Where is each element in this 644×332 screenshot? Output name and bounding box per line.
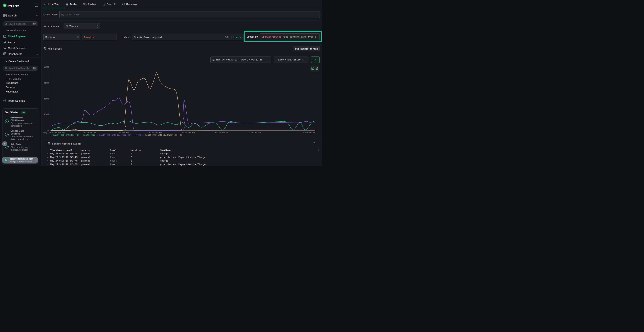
chart-name-input[interactable] [60, 11, 320, 18]
preset-label: Services [6, 86, 16, 89]
preset-item-kubernetes[interactable]: Kubernetes [0, 90, 42, 94]
lucene-toggle[interactable]: Lucene [234, 36, 242, 38]
table-cell[interactable]: May 27 9:29:18.249 AM [50, 156, 78, 158]
legend-series-label[interactable]: maxIf(toFloat64O..Duration))))) [145, 134, 184, 136]
column-grip-icon[interactable]: ⋮ [109, 149, 111, 152]
main-content: Line/Bar Table 123 Number Search Markdow… [42, 0, 322, 166]
column-header[interactable]: service [81, 149, 90, 152]
sql-toggle[interactable]: SQL [225, 36, 229, 38]
get-started-progress-badge: 3/3 [21, 111, 26, 114]
preset-label: Kubernetes [6, 90, 18, 93]
table-cell[interactable]: Unset [110, 152, 117, 155]
table-cell[interactable]: Unset [110, 160, 117, 162]
timeseries-chart[interactable] [50, 66, 316, 131]
column-header[interactable]: Timestamp (Local) [50, 149, 72, 152]
collapse-sidebar-icon[interactable] [35, 4, 38, 8]
column-header[interactable]: SpanName [160, 149, 171, 152]
chevron-up-icon[interactable] [36, 54, 38, 56]
table-cell[interactable]: 1 [131, 152, 132, 155]
table-cell[interactable]: 3 [131, 156, 132, 158]
sidebar-item-team-settings[interactable]: Team Settings [0, 98, 42, 104]
tab-label: Table [70, 3, 77, 6]
column-header[interactable]: duration [131, 149, 141, 152]
table-cell[interactable]: payment [81, 163, 90, 166]
chart-legend[interactable]: —maxIf(toFloat64O..)))·mastercard—maxIf(… [51, 134, 186, 136]
column-header[interactable]: level [110, 149, 117, 152]
sidebar-item-label: Dashboards [8, 52, 22, 56]
tab-table[interactable]: Table [66, 3, 77, 6]
checklist-item[interactable]: Connect to ClickHouseSet up your databas… [5, 116, 37, 127]
sample-matched-events-header[interactable]: Sample Matched Events [48, 142, 82, 145]
date-range-picker[interactable]: May 26 09:29:19 - May 27 09:29:19 [210, 56, 271, 63]
aggregation-select[interactable]: Maximum [44, 34, 80, 40]
saved-searches-input[interactable] [8, 23, 31, 25]
where-input[interactable]: ServiceName: payment SQL | Lucene [132, 34, 244, 40]
active-tab-indicator [43, 8, 65, 8]
tab-markdown[interactable]: Markdown [122, 3, 138, 6]
tab-search[interactable]: Search [103, 3, 116, 6]
preset-item-clickhouse[interactable]: ClickHouse [0, 82, 42, 85]
tab-number[interactable]: 123 Number [83, 3, 96, 6]
table-cell[interactable]: payment [81, 156, 90, 158]
table-cell[interactable]: Unset [110, 163, 117, 166]
field-value: Duration [84, 36, 95, 38]
table-cell[interactable]: Unset [110, 156, 117, 158]
user-email: dale@clickhouse.com [10, 158, 33, 160]
user-menu[interactable]: D dale@clickhouse.com dale@clickhouse.co… [2, 157, 38, 164]
legend-series-label[interactable]: maxIf(toFloat64O..))) [53, 134, 79, 136]
sidebar-item-chart-explorer[interactable]: Chart Explorer [0, 34, 42, 39]
tab-line-bar[interactable]: Line/Bar [44, 3, 59, 6]
x-tick-label: 6:30:00 PM [149, 131, 162, 134]
expand-row-icon[interactable]: › [47, 152, 48, 155]
set-number-format-button[interactable]: Set number format [293, 46, 320, 51]
help-button[interactable]: ? [2, 141, 7, 146]
sidebar-item-alerts[interactable]: Alerts [0, 40, 42, 45]
table-cell[interactable]: payment [81, 152, 90, 155]
sidebar-item-label: Alerts [8, 40, 15, 44]
bell-icon [3, 40, 6, 44]
group-by-input[interactable]: SpanAttributes['app.payment.card_type'] [260, 34, 320, 40]
saved-searches-search[interactable]: ⌘K [3, 22, 38, 26]
kebab-menu-icon[interactable]: ⋮ [317, 149, 320, 152]
table-cell[interactable]: charge [160, 160, 168, 162]
legend-series-label[interactable]: maxIf(toFloat64O..tion))))) [99, 134, 132, 136]
expand-row-icon[interactable]: › [47, 156, 48, 158]
preset-item-services[interactable]: Services [0, 86, 42, 90]
sidebar-item-client-sessions[interactable]: Client Sessions [0, 46, 42, 51]
checklist-item[interactable]: Create Data SourcesConfigure where your … [5, 130, 37, 140]
expand-row-icon[interactable]: › [47, 160, 48, 162]
saved-dashboards-input[interactable] [8, 67, 31, 70]
column-grip-icon[interactable]: ⋮ [80, 149, 82, 152]
table-cell[interactable]: May 27 9:29:18.243 AM [50, 160, 78, 162]
table-cell[interactable]: May 27 9:29:18.243 AM [50, 163, 78, 166]
create-dashboard-button[interactable]: + Create Dashboard [0, 59, 42, 64]
column-grip-icon[interactable]: ⋮ [130, 149, 132, 152]
field-input[interactable]: Duration [82, 34, 116, 40]
table-cell[interactable]: charge [160, 152, 168, 155]
sidebar-item-dashboards[interactable]: Dashboards [0, 52, 42, 57]
x-tick-label: 12:30:00 AM [215, 131, 228, 134]
collapse-events-icon[interactable] [314, 142, 316, 144]
table-cell[interactable]: 1 [131, 160, 132, 162]
column-grip-icon[interactable]: ⋮ [159, 149, 161, 152]
checklist-desc: Set up your database connection [10, 122, 37, 127]
plus-circle-icon [44, 47, 46, 50]
table-cell[interactable]: grpc.oteldemo.PaymentService/Charge [160, 156, 206, 158]
saved-dashboards-search[interactable]: ⌘K [3, 66, 38, 71]
run-query-button[interactable] [311, 56, 320, 63]
granularity-select[interactable]: Auto Granularity [274, 56, 308, 63]
chevron-up-icon[interactable] [36, 15, 38, 17]
bar-chart-icon [316, 67, 318, 70]
data-source-select[interactable]: Traces [64, 23, 100, 29]
sidebar-section-search[interactable]: Search [0, 13, 42, 18]
checklist-item[interactable]: Add DataStart sending logs, metrics, or … [5, 143, 37, 151]
add-series-button[interactable]: Add Series [44, 47, 62, 50]
expand-row-icon[interactable]: › [47, 163, 48, 166]
data-source-label: Data Source [44, 25, 59, 28]
chevron-up-icon[interactable] [35, 112, 37, 113]
table-cell[interactable]: May 27 9:29:18.250 AM [50, 152, 78, 155]
table-cell[interactable]: payment [81, 160, 90, 162]
events-title: Sample Matched Events [52, 142, 82, 145]
table-cell[interactable]: 1 [131, 163, 132, 166]
table-cell[interactable]: grpc.oteldemo.PaymentService/Charge [160, 163, 206, 166]
